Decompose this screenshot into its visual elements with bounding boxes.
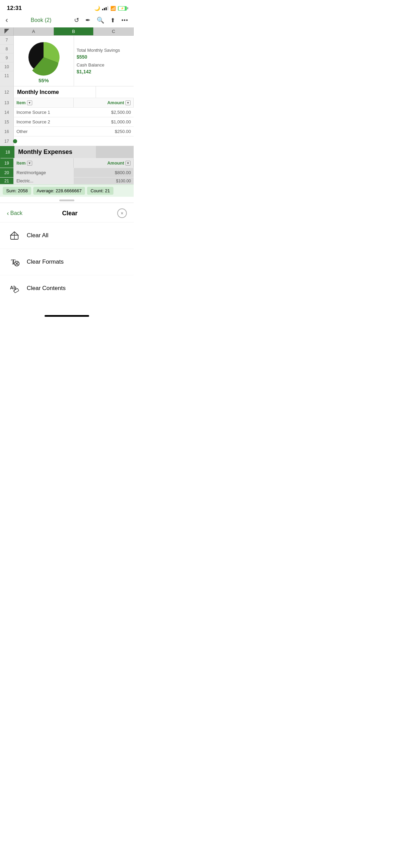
item-label: Item	[16, 100, 26, 105]
sum-chip: Sum: 2058	[3, 187, 31, 195]
back-button-sheet[interactable]: ‹ Back	[7, 210, 23, 217]
clear-formats-icon-wrap: T	[8, 256, 21, 268]
col-header-row: A B C	[0, 27, 134, 36]
share-button[interactable]: ⬆	[110, 17, 115, 24]
row-12-num: 12	[0, 86, 14, 98]
income-row-14: 14 Income Source 1 $2,500.00	[0, 108, 134, 117]
item-col-header[interactable]: Item ▼	[14, 98, 74, 107]
other-amount[interactable]: $250.00	[74, 127, 134, 136]
expenses-title-cell: Monthly Expenses	[15, 146, 96, 158]
clear-all-item[interactable]: Clear All	[0, 222, 134, 249]
income-col-headers-row: 13 Item ▼ Amount ▼	[0, 98, 134, 108]
clear-contents-item[interactable]: Ab Clear Contents	[0, 275, 134, 301]
col-header-c[interactable]: C	[94, 27, 134, 35]
clear-contents-icon-wrap: Ab	[8, 282, 21, 294]
eraser-icon	[9, 230, 20, 241]
home-indicator	[0, 312, 134, 319]
col-header-a[interactable]: A	[14, 27, 54, 35]
status-time: 12:31	[7, 5, 22, 12]
cash-balance-value: $1,142	[77, 69, 131, 74]
sheet-handle-area	[0, 197, 134, 203]
row-18-num: 18	[1, 146, 15, 158]
income-source-2-amount[interactable]: $1,000.00	[74, 117, 134, 126]
row-7: 7	[0, 36, 13, 45]
row-12-c	[96, 86, 134, 98]
signal-bar-3	[106, 7, 107, 10]
rent-item[interactable]: Rent/mortgage	[14, 168, 74, 177]
battery-icon: ⚡	[118, 6, 127, 11]
income-row-16: 16 Other $250.00	[0, 127, 134, 136]
undo-button[interactable]: ↺	[74, 16, 79, 24]
income-source-1-amount[interactable]: $2,500.00	[74, 108, 134, 117]
income-source-2-item[interactable]: Income Source 2	[14, 117, 74, 126]
clear-formats-item[interactable]: T Clear Formats	[0, 249, 134, 275]
bottom-sheet-header: ‹ Back Clear ×	[0, 203, 134, 222]
row-11: 11	[0, 71, 13, 80]
search-button[interactable]: 🔍	[97, 16, 104, 24]
monthly-income-title: Monthly Income	[17, 89, 59, 95]
back-label: Back	[10, 210, 23, 216]
rent-amount[interactable]: $800.00	[74, 168, 134, 177]
row-8: 8	[0, 45, 13, 53]
row-13-num: 13	[0, 98, 14, 107]
clear-contents-label: Clear Contents	[27, 285, 65, 292]
row-9: 9	[0, 53, 13, 62]
wifi-icon: 📶	[110, 6, 116, 11]
expenses-item-col[interactable]: Item ▼	[14, 158, 74, 168]
count-value: 21	[105, 188, 110, 193]
expenses-item-label: Item	[16, 160, 26, 166]
monthly-income-title-cell: Monthly Income	[14, 86, 96, 98]
signal-bar-4	[107, 6, 108, 10]
cash-balance-label: Cash Balance	[77, 62, 131, 68]
close-icon: ×	[121, 210, 123, 216]
row-19-num: 19	[0, 158, 14, 168]
sheet-title: Clear	[62, 210, 77, 217]
back-arrow-icon: ‹	[7, 210, 9, 217]
toolbar-actions: ↺ ✒ 🔍 ⬆ •••	[74, 16, 128, 24]
item-filter-arrow[interactable]: ▼	[27, 100, 32, 105]
clear-all-icon-wrap	[8, 229, 21, 242]
income-row-15: 15 Income Source 2 $1,000.00	[0, 117, 134, 127]
total-savings-value: $550	[77, 54, 131, 60]
row-21-num: 21	[0, 178, 14, 184]
signal-bar-1	[102, 9, 103, 10]
back-button[interactable]: ‹	[5, 16, 8, 25]
expenses-row-21: 21 Electric... $100.00	[0, 178, 134, 184]
avg-label: Average:	[37, 188, 54, 193]
row-20-num: 20	[0, 168, 14, 177]
pie-labels-cell: Total Monthly Savings $550 Cash Balance …	[74, 36, 134, 86]
expenses-amount-filter[interactable]: ▼	[125, 161, 131, 166]
expenses-item-filter[interactable]: ▼	[27, 161, 32, 166]
expenses-amount-col[interactable]: Amount ▼	[74, 158, 134, 168]
more-button[interactable]: •••	[121, 17, 128, 23]
status-icons: 🌙 📶 ⚡	[94, 5, 127, 11]
signal-bars	[102, 6, 108, 10]
total-savings-label: Total Monthly Savings	[77, 48, 131, 53]
status-bar: 12:31 🌙 📶 ⚡	[0, 0, 134, 14]
col-header-b[interactable]: B	[54, 27, 94, 35]
row-num-header	[0, 27, 14, 35]
other-item[interactable]: Other	[14, 127, 74, 136]
sheet-handle[interactable]	[59, 200, 74, 201]
row-15-num: 15	[0, 117, 14, 126]
electric-item[interactable]: Electric...	[14, 178, 74, 184]
edit-icon[interactable]: ✒	[85, 16, 90, 24]
close-button[interactable]: ×	[117, 208, 127, 218]
amount-filter-arrow[interactable]: ▼	[125, 100, 131, 105]
row-marker	[13, 139, 17, 143]
signal-bar-2	[104, 8, 105, 10]
row-17-b	[14, 136, 74, 146]
pie-percent-label: 55%	[38, 77, 49, 83]
row-14-num: 14	[0, 108, 14, 117]
row-18-c	[96, 146, 134, 158]
clear-all-label: Clear All	[27, 232, 48, 239]
amount-col-header[interactable]: Amount ▼	[74, 98, 134, 107]
row-nums-7-11: 7 8 9 10 11	[0, 36, 14, 86]
home-bar	[45, 315, 89, 317]
amount-label: Amount	[107, 100, 124, 105]
monthly-expenses-title: Monthly Expenses	[18, 148, 72, 156]
electric-amount[interactable]: $100.00	[74, 178, 134, 184]
avg-chip: Average: 228.6666667	[33, 187, 85, 195]
income-source-1-item[interactable]: Income Source 1	[14, 108, 74, 117]
row-17-c	[74, 136, 134, 146]
